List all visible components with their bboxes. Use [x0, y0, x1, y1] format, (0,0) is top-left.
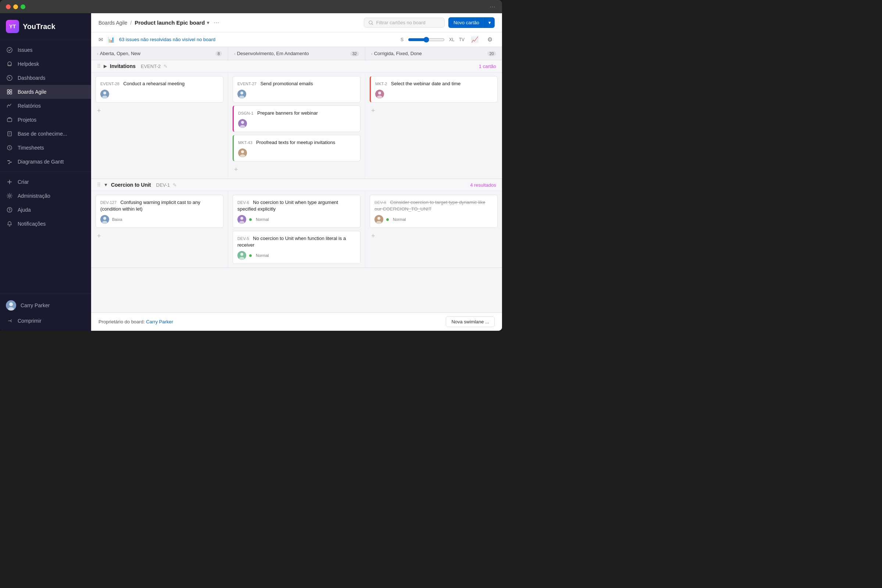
sidebar-item-issues[interactable]: Issues	[0, 43, 91, 57]
svg-point-15	[8, 208, 12, 212]
col-header-cor-label: ‹ Corrigida, Fixed, Done	[371, 51, 422, 56]
sidebar-item-timesheets[interactable]: Timesheets	[0, 141, 91, 155]
sidebar-bottom: Carry Parker Comprimir	[0, 294, 91, 331]
sidebar-item-notif[interactable]: Notificações	[0, 217, 91, 231]
maximize-button[interactable]	[21, 4, 26, 9]
bar-chart-button[interactable]: 📈	[469, 35, 481, 44]
swimlane-coercion: ⠿ ▼ Coercion to Unit DEV-1 ✎ 4 resultado…	[91, 179, 502, 268]
card-title-dev5: No coercion to Unit when function litera…	[237, 236, 346, 248]
sidebar-item-admin[interactable]: Administração	[0, 189, 91, 203]
content-area: YT YouTrack Issues Helpdesk	[0, 13, 502, 331]
col-chevron-aberta[interactable]: ‹	[97, 51, 99, 56]
svg-rect-5	[10, 90, 12, 92]
card-dev5[interactable]: DEV-5 No coercion to Unit when function …	[232, 231, 360, 264]
search-input[interactable]	[376, 20, 440, 26]
col-chevron-dev[interactable]: ‹	[234, 51, 236, 56]
card-title-dev6: No coercion to Unit when type argument s…	[237, 200, 338, 212]
settings-button[interactable]: ⚙	[485, 35, 495, 44]
sidebar-item-base-label: Base de conhecime...	[18, 131, 67, 137]
close-button[interactable]	[6, 4, 10, 9]
title-bar-menu[interactable]: ⋯	[489, 3, 496, 10]
topbar: Boards Agile / Product launch Epic board…	[91, 13, 502, 32]
swimlane-toggle-coercion[interactable]: ▼	[104, 182, 108, 188]
breadcrumb-parent[interactable]: Boards Agile	[99, 20, 128, 26]
swimlane-coercion-col-1: DEV-6 No coercion to Unit when type argu…	[228, 191, 365, 267]
card-id-dev6: DEV-6	[237, 200, 249, 205]
sidebar-item-base[interactable]: Base de conhecime...	[0, 127, 91, 141]
sidebar-item-boards[interactable]: Boards Agile	[0, 85, 91, 99]
card-mkt43[interactable]: MKT-43 Proofread texts for meetup invita…	[232, 135, 360, 161]
swimlane-toggle-invitations[interactable]: ▶	[104, 64, 107, 69]
svg-point-22	[103, 92, 106, 94]
sidebar-item-ajuda-label: Ajuda	[18, 207, 31, 213]
card-priority-dev5: Normal	[256, 253, 268, 258]
sidebar-item-projetos-label: Projetos	[18, 117, 36, 123]
drag-handle-invitations[interactable]: ⠿	[97, 63, 101, 69]
svg-point-40	[240, 217, 243, 220]
swimlane-invitations-col-0: EVENT-28 Conduct a rehearsal meeting	[91, 72, 228, 178]
swimlane-invitations-edit-icon[interactable]: ✎	[164, 64, 168, 69]
issues-count[interactable]: 63 issues não resolvidas não visível no …	[119, 37, 215, 42]
search-box[interactable]	[364, 18, 445, 28]
col-chevron-cor[interactable]: ‹	[371, 51, 373, 56]
card-id-event28: EVENT-28	[100, 82, 119, 86]
footer-owner-link[interactable]: Carry Parker	[146, 319, 173, 324]
svg-point-37	[103, 217, 106, 220]
swimlane-coercion-edit-icon[interactable]: ✎	[173, 182, 177, 188]
question-icon	[6, 206, 13, 213]
sidebar-item-helpdesk[interactable]: Helpdesk	[0, 57, 91, 71]
sidebar-item-gantt[interactable]: Diagramas de Gantt	[0, 155, 91, 169]
sidebar-item-comprimir-label: Comprimir	[18, 318, 42, 324]
add-card-coercion-2[interactable]: +	[370, 231, 376, 242]
card-event28[interactable]: EVENT-28 Conduct a rehearsal meeting	[96, 76, 224, 102]
swimlane-invitations-id: EVENT-2	[141, 64, 160, 69]
card-avatar-event28	[100, 90, 109, 99]
add-card-coercion-0[interactable]: +	[96, 231, 102, 242]
card-mkt2[interactable]: MKT-2 Select the webinar date and time	[370, 76, 498, 102]
card-dsgn1[interactable]: DSGN-1 Prepare banners for webinar	[232, 105, 360, 132]
card-title-event28: Conduct a rehearsal meeting	[123, 81, 184, 86]
sidebar-item-criar[interactable]: Criar	[0, 175, 91, 189]
size-slider[interactable]	[408, 37, 445, 43]
traffic-lights	[6, 4, 26, 9]
swimlane-invitations-header: ⠿ ▶ Invitations EVENT-2 ✎ 1 cartão	[91, 60, 502, 72]
plus-icon	[6, 178, 13, 186]
size-tv-label: TV	[459, 37, 465, 42]
sidebar-item-criar-label: Criar	[18, 179, 28, 185]
card-dev127[interactable]: DEV-127 Confusing warning implicit cast …	[96, 195, 224, 228]
projects-icon	[6, 116, 13, 123]
drag-handle-coercion[interactable]: ⠿	[97, 182, 101, 188]
svg-point-31	[241, 150, 244, 153]
sidebar-item-relatorios[interactable]: Relatórios	[0, 99, 91, 113]
add-card-invitations-0[interactable]: +	[96, 105, 102, 116]
card-event27[interactable]: EVENT-27 Send promotional emails	[232, 76, 360, 102]
minimize-button[interactable]	[13, 4, 18, 9]
chevron-down-icon[interactable]: ▾	[207, 20, 209, 26]
svg-point-47	[376, 221, 381, 224]
col-header-dev-label: ‹ Desenvolvimento, Em Andamento	[234, 51, 309, 56]
card-dev8[interactable]: DEV-8 Consider coercion to target type d…	[370, 195, 498, 228]
card-dev6[interactable]: DEV-6 No coercion to Unit when type argu…	[232, 195, 360, 228]
board-area: ‹ Aberta, Open, New 8 ‹ Desenvolvimento,…	[91, 47, 502, 331]
sidebar-item-projetos[interactable]: Projetos	[0, 113, 91, 127]
collapse-icon	[6, 317, 13, 324]
add-card-invitations-1[interactable]: +	[232, 164, 240, 175]
card-title-mkt43: Proofread texts for meetup invitations	[256, 140, 335, 145]
board-menu-icon[interactable]: ···	[213, 19, 219, 27]
col-header-desenvolvimento: ‹ Desenvolvimento, Em Andamento 32	[228, 47, 365, 60]
sidebar-item-helpdesk-label: Helpdesk	[18, 61, 39, 67]
svg-point-43	[240, 253, 243, 256]
user-profile[interactable]: Carry Parker	[0, 297, 91, 314]
sidebar-item-comprimir[interactable]: Comprimir	[0, 314, 91, 328]
svg-rect-11	[8, 160, 10, 161]
nova-swimlane-button[interactable]: Nova swimlane ...	[446, 316, 495, 327]
novo-cartao-arrow[interactable]: ▾	[484, 17, 495, 28]
add-card-invitations-2[interactable]: +	[370, 105, 376, 116]
novo-cartao-button[interactable]: Novo cartão	[448, 17, 484, 28]
swimlane-coercion-col-0: DEV-127 Confusing warning implicit cast …	[91, 191, 228, 267]
check-circle-icon	[6, 46, 13, 54]
svg-point-28	[241, 121, 244, 124]
sidebar-item-ajuda[interactable]: Ajuda	[0, 203, 91, 217]
sidebar-item-notif-label: Notificações	[18, 221, 46, 227]
sidebar-item-dashboards[interactable]: Dashboards	[0, 71, 91, 85]
